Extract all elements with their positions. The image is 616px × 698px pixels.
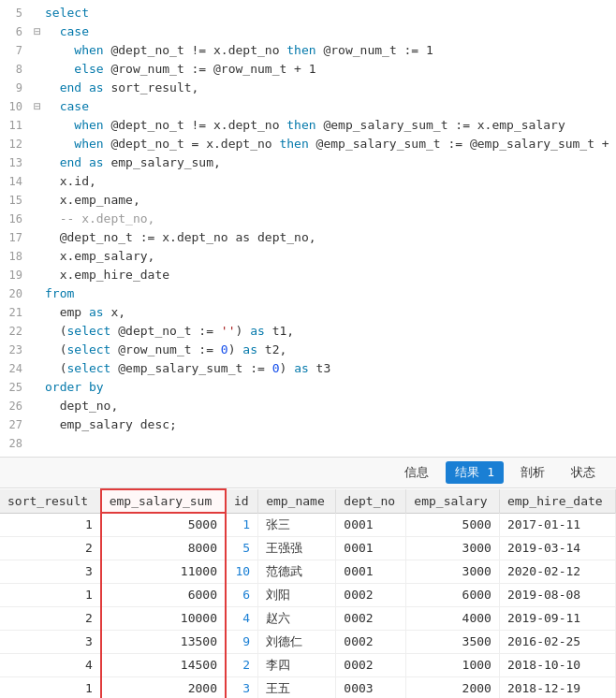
- code-line: 17 @dept_no_t := x.dept_no as dept_no,: [0, 228, 616, 247]
- tab-状态[interactable]: 状态: [562, 461, 605, 484]
- code-line: 26 dept_no,: [0, 397, 616, 415]
- line-content[interactable]: x.emp_salary,: [45, 247, 616, 266]
- code-line: 23 (select @row_num_t := 0) as t2,: [0, 341, 616, 359]
- cell-emp_salary: 3000: [406, 560, 500, 583]
- line-content[interactable]: dept_no,: [45, 397, 616, 415]
- code-line: 27 emp_salary desc;: [0, 415, 616, 434]
- column-header-emp_salary: emp_salary: [406, 489, 500, 513]
- line-number: 16: [0, 210, 30, 228]
- line-number: 28: [0, 434, 30, 453]
- line-number: 17: [0, 228, 30, 247]
- cell-id: 5: [226, 536, 258, 560]
- line-content[interactable]: -- x.dept_no,: [45, 210, 616, 228]
- line-content[interactable]: when @dept_no_t != x.dept_no then @emp_s…: [45, 116, 616, 135]
- line-number: 7: [0, 41, 30, 60]
- line-number: 27: [0, 415, 30, 434]
- cell-emp_name: 刘阳: [258, 583, 336, 606]
- cell-id: 9: [226, 630, 258, 653]
- cell-sort_result: 2: [0, 536, 101, 560]
- cell-emp_salary_sum: 14500: [101, 653, 226, 676]
- cell-emp_salary: 6000: [406, 583, 500, 606]
- line-number: 20: [0, 284, 30, 303]
- cell-emp_name: 张三: [258, 513, 336, 536]
- code-line: 19 x.emp_hire_date: [0, 266, 616, 284]
- line-content[interactable]: x.emp_name,: [45, 191, 616, 210]
- cell-emp_salary: 5000: [406, 513, 500, 536]
- line-gutter: ⊟: [30, 22, 45, 41]
- cell-emp_hire_date: 2018-10-10: [499, 653, 615, 676]
- line-content[interactable]: when @dept_no_t != x.dept_no then @row_n…: [45, 41, 616, 60]
- line-content[interactable]: case: [45, 97, 616, 116]
- cell-dept_no: 0002: [336, 606, 406, 630]
- table-row: 2100004赵六000240002019-09-11: [0, 606, 616, 630]
- line-content[interactable]: from: [45, 284, 616, 303]
- cell-emp_salary_sum: 6000: [101, 583, 226, 606]
- tab-剖析[interactable]: 剖析: [511, 461, 554, 484]
- cell-id: 4: [226, 606, 258, 630]
- line-number: 25: [0, 378, 30, 397]
- line-content[interactable]: emp_salary desc;: [45, 415, 616, 434]
- code-line: 25order by: [0, 378, 616, 397]
- cell-emp_salary_sum: 13500: [101, 630, 226, 653]
- line-number: 14: [0, 172, 30, 191]
- cell-id: 3: [226, 676, 258, 698]
- line-content[interactable]: (select @dept_no_t := '') as t1,: [45, 322, 616, 341]
- line-content[interactable]: else @row_num_t := @row_num_t + 1: [45, 60, 616, 79]
- line-number: 26: [0, 397, 30, 415]
- cell-dept_no: 0001: [336, 513, 406, 536]
- line-content[interactable]: case: [45, 22, 616, 41]
- line-number: 22: [0, 322, 30, 341]
- cell-sort_result: 1: [0, 513, 101, 536]
- cell-emp_hire_date: 2016-02-25: [499, 630, 615, 653]
- cell-dept_no: 0001: [336, 536, 406, 560]
- line-number: 19: [0, 266, 30, 284]
- code-line: 16 -- x.dept_no,: [0, 210, 616, 228]
- line-number: 11: [0, 116, 30, 135]
- cell-emp_hire_date: 2019-03-14: [499, 536, 615, 560]
- cell-id: 6: [226, 583, 258, 606]
- cell-sort_result: 3: [0, 630, 101, 653]
- line-content[interactable]: select: [45, 4, 616, 22]
- table-row: 150001张三000150002017-01-11: [0, 513, 616, 536]
- line-content[interactable]: x.id,: [45, 172, 616, 191]
- cell-emp_salary: 4000: [406, 606, 500, 630]
- cell-emp_salary: 3000: [406, 536, 500, 560]
- line-gutter: ⊟: [30, 97, 45, 116]
- cell-emp_name: 刘德仁: [258, 630, 336, 653]
- line-number: 15: [0, 191, 30, 210]
- column-header-emp_hire_date: emp_hire_date: [499, 489, 615, 513]
- line-content[interactable]: (select @row_num_t := 0) as t2,: [45, 341, 616, 359]
- cell-emp_name: 李四: [258, 653, 336, 676]
- cell-emp_salary_sum: 10000: [101, 606, 226, 630]
- code-line: 8 else @row_num_t := @row_num_t + 1: [0, 60, 616, 79]
- cell-sort_result: 1: [0, 676, 101, 698]
- line-content[interactable]: end as emp_salary_sum,: [45, 153, 616, 172]
- tab-结果-1[interactable]: 结果 1: [446, 461, 504, 484]
- line-content[interactable]: @dept_no_t := x.dept_no as dept_no,: [45, 228, 616, 247]
- code-line: 7 when @dept_no_t != x.dept_no then @row…: [0, 41, 616, 60]
- table-row: 31100010范德武000130002020-02-12: [0, 560, 616, 583]
- line-number: 6: [0, 22, 30, 41]
- cell-id: 2: [226, 653, 258, 676]
- line-content[interactable]: order by: [45, 378, 616, 397]
- line-content[interactable]: end as sort_result,: [45, 79, 616, 97]
- cell-dept_no: 0002: [336, 583, 406, 606]
- column-header-emp_name: emp_name: [258, 489, 336, 513]
- code-line: 15 x.emp_name,: [0, 191, 616, 210]
- cell-emp_salary_sum: 8000: [101, 536, 226, 560]
- cell-emp_hire_date: 2017-01-11: [499, 513, 615, 536]
- table-row: 3135009刘德仁000235002016-02-25: [0, 630, 616, 653]
- tab-信息[interactable]: 信息: [395, 461, 438, 484]
- code-line: 10⊟ case: [0, 97, 616, 116]
- cell-emp_salary_sum: 11000: [101, 560, 226, 583]
- line-content[interactable]: when @dept_no_t = x.dept_no then @emp_sa…: [45, 135, 616, 153]
- table-row: 280005王强强000130002019-03-14: [0, 536, 616, 560]
- cell-emp_salary: 1000: [406, 653, 500, 676]
- line-content[interactable]: emp as x,: [45, 303, 616, 322]
- line-content[interactable]: (select @emp_salary_sum_t := 0) as t3: [45, 359, 616, 378]
- table-row: 120003王五000320002018-12-19: [0, 676, 616, 698]
- line-number: 18: [0, 247, 30, 266]
- cell-emp_name: 赵六: [258, 606, 336, 630]
- code-line: 28: [0, 434, 616, 453]
- line-content[interactable]: x.emp_hire_date: [45, 266, 616, 284]
